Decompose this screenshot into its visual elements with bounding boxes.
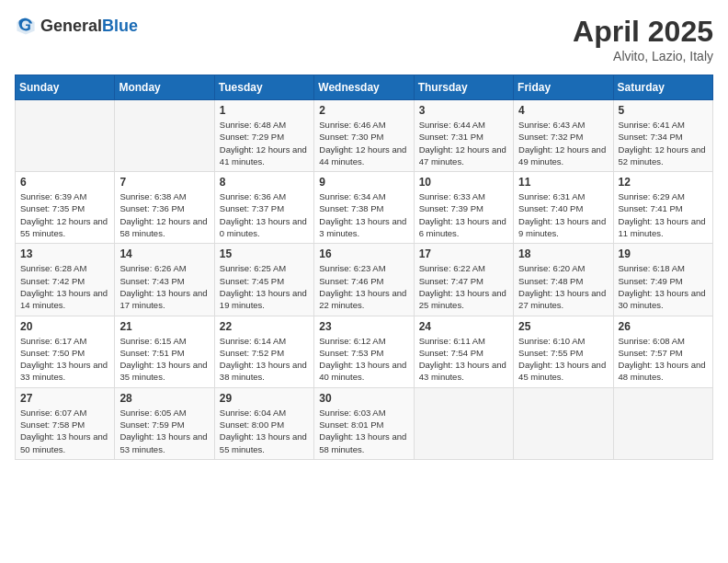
day-number: 7 xyxy=(119,176,209,189)
day-detail: Sunrise: 6:14 AMSunset: 7:52 PMDaylight:… xyxy=(220,335,309,384)
calendar-day-cell: 6Sunrise: 6:39 AMSunset: 7:35 PMDaylight… xyxy=(16,172,115,244)
day-number: 15 xyxy=(220,247,309,260)
day-number: 9 xyxy=(319,176,408,189)
calendar-day-cell: 9Sunrise: 6:34 AMSunset: 7:38 PMDaylight… xyxy=(314,172,414,244)
day-detail: Sunrise: 6:03 AMSunset: 8:01 PMDaylight:… xyxy=(319,407,408,455)
day-number: 8 xyxy=(220,176,309,189)
calendar-day-cell: 30Sunrise: 6:03 AMSunset: 8:01 PMDayligh… xyxy=(314,387,414,459)
day-detail: Sunrise: 6:17 AMSunset: 7:50 PMDaylight:… xyxy=(20,335,109,384)
day-number: 1 xyxy=(220,104,309,117)
calendar-day-cell: 29Sunrise: 6:04 AMSunset: 8:00 PMDayligh… xyxy=(214,387,313,459)
calendar-day-cell: 18Sunrise: 6:20 AMSunset: 7:48 PMDayligh… xyxy=(514,244,613,316)
day-number: 16 xyxy=(319,247,408,260)
calendar-day-cell: 22Sunrise: 6:14 AMSunset: 7:52 PMDayligh… xyxy=(214,316,313,387)
day-number: 14 xyxy=(119,247,209,260)
calendar-week-row: 20Sunrise: 6:17 AMSunset: 7:50 PMDayligh… xyxy=(16,316,713,387)
day-number: 22 xyxy=(220,320,309,333)
logo: GeneralBlue xyxy=(15,15,138,37)
page-header: GeneralBlue April 2025 Alvito, Lazio, It… xyxy=(15,15,713,63)
day-detail: Sunrise: 6:11 AMSunset: 7:54 PMDaylight:… xyxy=(419,335,508,384)
calendar-location: Alvito, Lazio, Italy xyxy=(573,49,713,63)
calendar-day-cell: 1Sunrise: 6:48 AMSunset: 7:29 PMDaylight… xyxy=(214,100,313,172)
day-detail: Sunrise: 6:12 AMSunset: 7:53 PMDaylight:… xyxy=(319,335,408,384)
calendar-day-cell: 24Sunrise: 6:11 AMSunset: 7:54 PMDayligh… xyxy=(414,316,513,387)
calendar-day-cell: 13Sunrise: 6:28 AMSunset: 7:42 PMDayligh… xyxy=(16,244,115,316)
calendar-week-row: 13Sunrise: 6:28 AMSunset: 7:42 PMDayligh… xyxy=(16,244,713,316)
day-number: 17 xyxy=(419,247,508,260)
day-number: 5 xyxy=(619,104,708,117)
calendar-day-cell: 16Sunrise: 6:23 AMSunset: 7:46 PMDayligh… xyxy=(314,244,414,316)
day-number: 27 xyxy=(20,392,109,405)
day-number: 18 xyxy=(518,247,608,260)
day-detail: Sunrise: 6:22 AMSunset: 7:47 PMDaylight:… xyxy=(419,262,508,311)
calendar-day-cell: 19Sunrise: 6:18 AMSunset: 7:49 PMDayligh… xyxy=(613,244,712,316)
day-detail: Sunrise: 6:23 AMSunset: 7:46 PMDaylight:… xyxy=(319,262,408,311)
day-detail: Sunrise: 6:44 AMSunset: 7:31 PMDaylight:… xyxy=(419,119,508,167)
day-of-week-header: Sunday xyxy=(16,75,115,100)
day-detail: Sunrise: 6:29 AMSunset: 7:41 PMDaylight:… xyxy=(619,190,708,239)
calendar-day-cell: 11Sunrise: 6:31 AMSunset: 7:40 PMDayligh… xyxy=(514,172,613,244)
calendar-day-cell: 27Sunrise: 6:07 AMSunset: 7:58 PMDayligh… xyxy=(16,387,115,459)
day-number: 26 xyxy=(619,320,708,333)
day-detail: Sunrise: 6:04 AMSunset: 8:00 PMDaylight:… xyxy=(220,407,309,455)
calendar-day-cell: 21Sunrise: 6:15 AMSunset: 7:51 PMDayligh… xyxy=(115,316,214,387)
calendar-day-cell: 4Sunrise: 6:43 AMSunset: 7:32 PMDaylight… xyxy=(514,100,613,172)
day-detail: Sunrise: 6:07 AMSunset: 7:58 PMDaylight:… xyxy=(20,407,109,455)
day-number: 2 xyxy=(319,104,408,117)
calendar-day-cell: 14Sunrise: 6:26 AMSunset: 7:43 PMDayligh… xyxy=(115,244,214,316)
title-block: April 2025 Alvito, Lazio, Italy xyxy=(573,15,713,63)
day-detail: Sunrise: 6:18 AMSunset: 7:49 PMDaylight:… xyxy=(619,262,708,311)
day-detail: Sunrise: 6:31 AMSunset: 7:40 PMDaylight:… xyxy=(518,190,608,239)
day-of-week-header: Tuesday xyxy=(214,75,313,100)
day-detail: Sunrise: 6:20 AMSunset: 7:48 PMDaylight:… xyxy=(518,262,608,311)
calendar-title: April 2025 xyxy=(573,15,713,49)
day-number: 24 xyxy=(419,320,508,333)
calendar-day-cell: 15Sunrise: 6:25 AMSunset: 7:45 PMDayligh… xyxy=(214,244,313,316)
day-number: 21 xyxy=(119,320,209,333)
calendar-week-row: 27Sunrise: 6:07 AMSunset: 7:58 PMDayligh… xyxy=(16,387,713,459)
day-detail: Sunrise: 6:41 AMSunset: 7:34 PMDaylight:… xyxy=(619,119,708,167)
calendar-day-cell xyxy=(414,387,513,459)
day-of-week-header: Wednesday xyxy=(314,75,414,100)
day-number: 10 xyxy=(419,176,508,189)
calendar-week-row: 1Sunrise: 6:48 AMSunset: 7:29 PMDaylight… xyxy=(16,100,713,172)
day-detail: Sunrise: 6:26 AMSunset: 7:43 PMDaylight:… xyxy=(119,262,209,311)
calendar-day-cell: 26Sunrise: 6:08 AMSunset: 7:57 PMDayligh… xyxy=(613,316,712,387)
calendar-day-cell: 3Sunrise: 6:44 AMSunset: 7:31 PMDaylight… xyxy=(414,100,513,172)
day-detail: Sunrise: 6:10 AMSunset: 7:55 PMDaylight:… xyxy=(518,335,608,384)
day-number: 29 xyxy=(220,392,309,405)
day-of-week-header: Friday xyxy=(514,75,613,100)
day-of-week-header: Thursday xyxy=(414,75,513,100)
calendar-day-cell xyxy=(514,387,613,459)
day-number: 19 xyxy=(619,247,708,260)
calendar-day-cell xyxy=(613,387,712,459)
logo-blue: Blue xyxy=(102,17,138,35)
calendar-day-cell: 5Sunrise: 6:41 AMSunset: 7:34 PMDaylight… xyxy=(613,100,712,172)
calendar-table: SundayMondayTuesdayWednesdayThursdayFrid… xyxy=(15,75,713,460)
day-detail: Sunrise: 6:28 AMSunset: 7:42 PMDaylight:… xyxy=(20,262,109,311)
day-number: 12 xyxy=(619,176,708,189)
day-of-week-header: Monday xyxy=(115,75,214,100)
day-number: 3 xyxy=(419,104,508,117)
day-detail: Sunrise: 6:34 AMSunset: 7:38 PMDaylight:… xyxy=(319,190,408,239)
calendar-header-row: SundayMondayTuesdayWednesdayThursdayFrid… xyxy=(16,75,713,100)
day-detail: Sunrise: 6:05 AMSunset: 7:59 PMDaylight:… xyxy=(119,407,209,455)
day-number: 11 xyxy=(518,176,608,189)
generalblue-logo-icon xyxy=(15,15,37,37)
day-detail: Sunrise: 6:25 AMSunset: 7:45 PMDaylight:… xyxy=(220,262,309,311)
calendar-day-cell: 10Sunrise: 6:33 AMSunset: 7:39 PMDayligh… xyxy=(414,172,513,244)
calendar-day-cell: 25Sunrise: 6:10 AMSunset: 7:55 PMDayligh… xyxy=(514,316,613,387)
day-detail: Sunrise: 6:08 AMSunset: 7:57 PMDaylight:… xyxy=(619,335,708,384)
logo-general: General xyxy=(40,17,102,35)
day-number: 28 xyxy=(119,392,209,405)
day-detail: Sunrise: 6:36 AMSunset: 7:37 PMDaylight:… xyxy=(220,190,309,239)
calendar-day-cell: 8Sunrise: 6:36 AMSunset: 7:37 PMDaylight… xyxy=(214,172,313,244)
day-of-week-header: Saturday xyxy=(613,75,712,100)
calendar-day-cell: 7Sunrise: 6:38 AMSunset: 7:36 PMDaylight… xyxy=(115,172,214,244)
day-number: 20 xyxy=(20,320,109,333)
calendar-week-row: 6Sunrise: 6:39 AMSunset: 7:35 PMDaylight… xyxy=(16,172,713,244)
calendar-day-cell xyxy=(16,100,115,172)
calendar-day-cell: 20Sunrise: 6:17 AMSunset: 7:50 PMDayligh… xyxy=(16,316,115,387)
day-detail: Sunrise: 6:38 AMSunset: 7:36 PMDaylight:… xyxy=(119,190,209,239)
calendar-day-cell: 23Sunrise: 6:12 AMSunset: 7:53 PMDayligh… xyxy=(314,316,414,387)
